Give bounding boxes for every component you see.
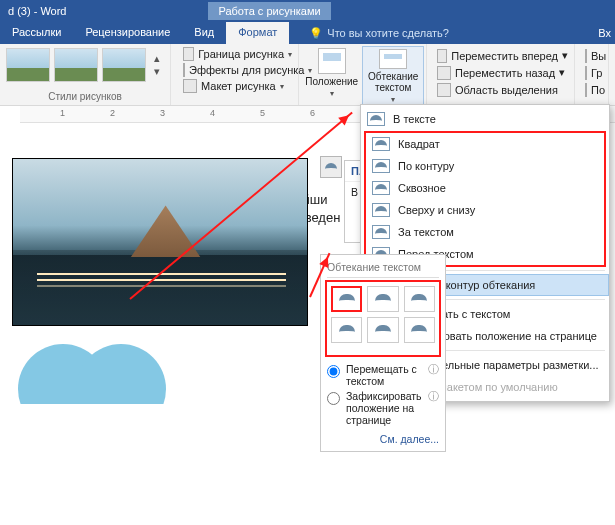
layout-icon: [183, 79, 197, 93]
style-thumb[interactable]: [6, 48, 50, 82]
lightbulb-icon: 💡: [309, 27, 323, 40]
gallery-more-icon[interactable]: ▴▾: [150, 48, 164, 82]
picture-effects-button[interactable]: Эффекты для рисунка▾: [183, 62, 292, 78]
contextual-tab-label[interactable]: Работа с рисунками: [208, 2, 330, 20]
group-picture-adjust: Граница рисунка▾ Эффекты для рисунка▾ Ма…: [171, 44, 299, 105]
through-icon: [372, 181, 390, 195]
layout-options-handle[interactable]: [320, 156, 342, 178]
group-label-styles: Стили рисунков: [6, 89, 164, 105]
group-arrange-main: Положение ▾ Обтекание текстом ▾: [299, 44, 427, 105]
radio-move-input[interactable]: [327, 365, 340, 378]
tab-view[interactable]: Вид: [182, 22, 226, 44]
bring-forward-button[interactable]: Переместить вперед ▾: [437, 47, 568, 64]
see-more-link[interactable]: См. далее...: [327, 429, 439, 445]
group-arrange-align: Вы Гр По: [575, 44, 609, 105]
tab-review[interactable]: Рецензирование: [73, 22, 182, 44]
picture-border-button[interactable]: Граница рисунка▾: [183, 46, 292, 62]
effects-icon: [183, 63, 185, 77]
selection-pane-button[interactable]: Область выделения: [437, 81, 568, 98]
wrap-opt-topbottom[interactable]: [331, 317, 362, 343]
menu-tight[interactable]: По контуру: [366, 155, 604, 177]
styles-gallery[interactable]: ▴▾: [6, 46, 164, 84]
wrap-opt-front[interactable]: [404, 317, 435, 343]
tight-icon: [372, 159, 390, 173]
wrap-icon: [325, 163, 337, 171]
wrap-opt-tight[interactable]: [367, 286, 398, 312]
ribbon: ▴▾ Стили рисунков Граница рисунка▾ Эффек…: [0, 44, 615, 106]
menu-top-bottom[interactable]: Сверху и снизу: [366, 199, 604, 221]
topbottom-icon: [372, 203, 390, 217]
wrap-opt-square[interactable]: [331, 286, 362, 312]
group-icon: [585, 66, 587, 80]
group-crop: Обрезка ▾ Разме: [609, 44, 615, 105]
inline-icon: [367, 112, 385, 126]
account-label[interactable]: Вх: [598, 22, 611, 44]
info-icon[interactable]: ⓘ: [428, 390, 439, 404]
menu-behind[interactable]: За текстом: [366, 221, 604, 243]
selection-pane-icon: [437, 83, 451, 97]
group-button[interactable]: Гр: [585, 64, 602, 81]
title-bar: d (3) - Word Работа с рисунками: [0, 0, 615, 22]
radio-fix-input[interactable]: [327, 392, 340, 405]
ribbon-tabs: Рассылки Рецензирование Вид Формат 💡 Что…: [0, 22, 615, 44]
style-thumb[interactable]: [54, 48, 98, 82]
menu-in-line[interactable]: В тексте: [361, 108, 609, 130]
border-icon: [183, 47, 194, 61]
align-icon: [585, 49, 587, 63]
radio-fix-on-page[interactable]: Зафиксировать положение на странице ⓘ: [327, 390, 439, 426]
wrap-options-grid: [331, 286, 435, 343]
wrap-text-icon: [379, 49, 407, 69]
tell-me[interactable]: 💡 Что вы хотите сделать?: [309, 22, 449, 44]
wrap-opt-through[interactable]: [404, 286, 435, 312]
tab-format[interactable]: Формат: [226, 22, 289, 44]
group-picture-styles: ▴▾ Стили рисунков: [0, 44, 171, 105]
radio-move-with-text[interactable]: Перемещать с текстом ⓘ: [327, 363, 439, 387]
rotate-button[interactable]: По: [585, 81, 602, 98]
square-icon: [372, 137, 390, 151]
tab-mailings[interactable]: Рассылки: [0, 22, 73, 44]
bring-forward-icon: [437, 49, 447, 63]
window-title: d (3) - Word: [6, 5, 66, 17]
rotate-icon: [585, 83, 587, 97]
style-thumb[interactable]: [102, 48, 146, 82]
behind-icon: [372, 225, 390, 239]
heart-shape[interactable]: [18, 344, 168, 404]
wrap-text-button[interactable]: Обтекание текстом ▾: [362, 46, 424, 105]
menu-square[interactable]: Квадрат: [366, 133, 604, 155]
group-arrange-order: Переместить вперед ▾ Переместить назад ▾…: [427, 44, 575, 105]
position-icon: [318, 48, 346, 74]
send-backward-button[interactable]: Переместить назад ▾: [437, 64, 568, 81]
send-backward-icon: [437, 66, 451, 80]
flyout-options-header: Обтекание текстом: [327, 261, 439, 278]
wrap-opt-behind[interactable]: [367, 317, 398, 343]
inserted-image[interactable]: [12, 158, 308, 326]
layout-options-flyout: Обтекание текстом Перемещать с текстом ⓘ…: [320, 254, 446, 452]
info-icon[interactable]: ⓘ: [428, 363, 439, 377]
menu-through[interactable]: Сквозное: [366, 177, 604, 199]
align-button[interactable]: Вы: [585, 47, 602, 64]
tell-me-text: Что вы хотите сделать?: [327, 27, 449, 39]
picture-layout-button[interactable]: Макет рисунка▾: [183, 78, 292, 94]
position-button[interactable]: Положение ▾: [301, 46, 362, 105]
